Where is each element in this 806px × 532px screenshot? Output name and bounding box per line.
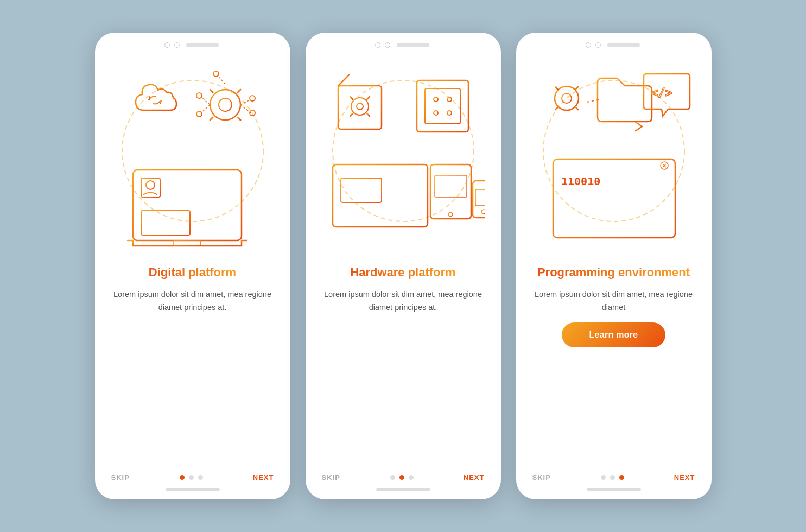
svg-rect-71 — [333, 164, 428, 227]
svg-line-36 — [338, 75, 349, 86]
svg-line-13 — [201, 97, 210, 105]
svg-point-34 — [333, 80, 474, 221]
nav-dot-2 — [189, 475, 194, 480]
camera-dot-2 — [375, 42, 380, 48]
svg-rect-29 — [141, 211, 190, 235]
svg-point-93 — [562, 93, 572, 103]
svg-line-8 — [238, 117, 240, 120]
sensor-dot-1 — [174, 42, 180, 48]
home-indicator-3 — [587, 488, 641, 491]
svg-line-47 — [367, 97, 370, 99]
nav-dot-2-3 — [409, 475, 414, 480]
digital-platform-description: Lorem ipsum dolor sit dim amet, mea regi… — [111, 288, 274, 314]
programming-environment-content: Programming environment Lorem ipsum dolo… — [516, 259, 712, 473]
digital-platform-card: Digital platform Lorem ipsum dolor sit d… — [95, 33, 290, 499]
phone-top-bar-3 — [586, 42, 642, 48]
svg-text:</>: </> — [651, 86, 672, 99]
card-footer-2: SKIP NEXT — [306, 473, 501, 499]
nav-dot-1-active — [180, 475, 185, 480]
phone-notch-2 — [397, 43, 429, 47]
svg-point-90 — [481, 210, 485, 214]
svg-line-9 — [210, 117, 213, 120]
svg-line-48 — [350, 113, 353, 116]
svg-line-45 — [350, 97, 353, 99]
svg-point-2 — [219, 98, 232, 111]
svg-point-86 — [448, 212, 453, 217]
nav-dot-3 — [198, 475, 203, 480]
home-indicator-2 — [376, 488, 430, 491]
phone-notch-3 — [607, 43, 640, 47]
next-button-1[interactable]: NEXT — [253, 473, 274, 482]
phone-notch-1 — [186, 43, 219, 47]
svg-point-1 — [210, 90, 240, 120]
camera-dot-3 — [586, 42, 591, 48]
digital-platform-title: Digital platform — [149, 265, 236, 281]
svg-line-99 — [575, 107, 578, 110]
hardware-platform-content: Hardware platform Lorem ipsum dolor sit … — [306, 259, 501, 473]
programming-environment-description: Lorem ipsum dolor sit dim amet, mea regi… — [532, 288, 695, 314]
next-button-3[interactable]: NEXT — [674, 473, 695, 482]
hardware-platform-illustration — [306, 53, 501, 259]
nav-dots-2 — [390, 475, 414, 480]
svg-point-39 — [351, 98, 369, 115]
svg-point-20 — [196, 111, 202, 117]
svg-line-100 — [575, 87, 578, 90]
card-footer-3: SKIP NEXT — [516, 473, 712, 499]
svg-line-98 — [555, 87, 558, 90]
nav-dot-3-active — [619, 475, 624, 480]
digital-platform-illustration — [95, 53, 290, 259]
svg-point-25 — [146, 181, 155, 189]
svg-line-15 — [217, 75, 225, 84]
svg-line-10 — [238, 90, 240, 92]
nav-dot-3-1 — [601, 475, 606, 480]
hardware-platform-svg — [322, 64, 485, 249]
sensor-dot-2 — [385, 42, 390, 48]
svg-text:110010: 110010 — [561, 175, 600, 188]
learn-more-button[interactable]: Learn more — [562, 322, 665, 347]
nav-dot-2-1 — [390, 475, 395, 480]
hardware-platform-description: Lorem ipsum dolor sit dim amet, mea regi… — [322, 288, 485, 314]
sensor-dot-3 — [595, 42, 601, 48]
footer-nav-3: SKIP NEXT — [527, 473, 701, 482]
svg-rect-83 — [435, 175, 467, 197]
svg-point-91 — [543, 80, 684, 221]
phone-top-bar-2 — [375, 42, 431, 48]
camera-dot-1 — [164, 42, 170, 48]
digital-platform-svg — [111, 64, 274, 249]
footer-nav-1: SKIP NEXT — [106, 473, 280, 482]
svg-rect-50 — [425, 88, 460, 124]
programming-environment-svg: </> 11 — [532, 64, 695, 249]
programming-environment-card: </> 11 — [516, 33, 712, 499]
svg-point-19 — [196, 93, 202, 98]
hardware-platform-title: Hardware platform — [350, 265, 455, 281]
nav-dot-3-2 — [610, 475, 615, 480]
nav-dots-1 — [180, 475, 203, 480]
svg-line-46 — [367, 113, 370, 116]
home-indicator-1 — [166, 488, 220, 491]
svg-point-21 — [213, 71, 219, 77]
skip-button-1[interactable]: SKIP — [111, 473, 130, 482]
next-button-2[interactable]: NEXT — [464, 473, 485, 482]
svg-rect-73 — [341, 178, 382, 202]
svg-line-7 — [210, 90, 213, 92]
svg-line-14 — [201, 105, 210, 113]
svg-rect-33 — [174, 240, 201, 246]
skip-button-3[interactable]: SKIP — [532, 473, 551, 482]
digital-platform-content: Digital platform Lorem ipsum dolor sit d… — [95, 259, 290, 473]
phone-top-bar-1 — [164, 42, 221, 48]
hardware-platform-card: Hardware platform Lorem ipsum dolor sit … — [306, 33, 501, 499]
footer-nav-2: SKIP NEXT — [316, 473, 490, 482]
skip-button-2[interactable]: SKIP — [322, 473, 340, 482]
svg-point-17 — [250, 96, 255, 101]
svg-rect-81 — [430, 164, 471, 219]
nav-dots-3 — [601, 475, 624, 480]
programming-environment-illustration: </> 11 — [516, 53, 712, 259]
nav-dot-2-active — [399, 475, 404, 480]
cards-container: Digital platform Lorem ipsum dolor sit d… — [95, 33, 712, 499]
svg-point-40 — [357, 103, 363, 110]
programming-environment-title: Programming environment — [537, 265, 690, 281]
svg-rect-89 — [475, 189, 485, 206]
card-footer-1: SKIP NEXT — [95, 473, 290, 499]
